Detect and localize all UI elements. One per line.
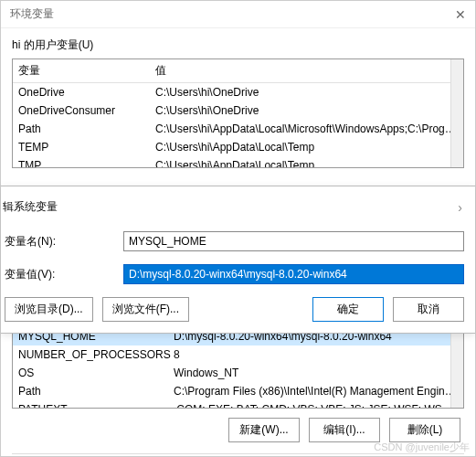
user-vars-table[interactable]: 变量 值 OneDriveC:\Users\hi\OneDrive OneDri… — [12, 58, 464, 168]
ok-button[interactable]: 确定 — [312, 297, 384, 322]
table-header: 变量 值 — [13, 59, 463, 83]
edit-system-var-dialog: 辑系统变量 › 变量名(N): 变量值(V): D:\mysql-8.0.20-… — [1, 186, 475, 334]
table-row[interactable]: PATHEXT.COM;.EXE;.BAT;.CMD;.VBS;.VBE;.JS… — [13, 400, 463, 409]
var-value-label: 变量值(V): — [5, 267, 123, 282]
close-icon[interactable]: ✕ — [455, 7, 466, 22]
edit-dialog-title: 辑系统变量 — [3, 199, 58, 215]
col-header-value: 值 — [150, 59, 463, 82]
table-row[interactable]: OneDriveConsumerC:\Users\hi\OneDrive — [13, 101, 463, 120]
var-value-input[interactable]: D:\mysql-8.0.20-winx64\mysql-8.0.20-winx… — [123, 264, 464, 284]
user-vars-label: hi 的用户变量(U) — [12, 37, 464, 53]
cancel-button[interactable]: 取消 — [393, 297, 464, 322]
var-name-input[interactable] — [123, 231, 464, 251]
table-row[interactable]: TMPC:\Users\hi\AppData\Local\Temp — [13, 156, 463, 168]
titlebar: 环境变量 ✕ — [1, 1, 475, 28]
delete-button[interactable]: 删除(L) — [389, 418, 460, 442]
browse-file-button[interactable]: 浏览文件(F)... — [102, 297, 189, 322]
scrollbar[interactable] — [450, 59, 463, 167]
var-name-label: 变量名(N): — [5, 234, 123, 250]
chevron-right-icon[interactable]: › — [458, 200, 462, 215]
table-row[interactable]: NUMBER_OF_PROCESSORS8 — [13, 345, 463, 364]
watermark: CSDN @juvenile少年 — [374, 441, 470, 454]
table-row[interactable]: PathC:\Users\hi\AppData\Local\Microsoft\… — [13, 120, 463, 138]
browse-dir-button[interactable]: 浏览目录(D)... — [5, 297, 93, 322]
edit-button[interactable]: 编辑(I)... — [309, 418, 380, 442]
table-row[interactable]: TEMPC:\Users\hi\AppData\Local\Temp — [13, 138, 463, 156]
new-button[interactable]: 新建(W)... — [228, 418, 300, 442]
table-row[interactable]: OSWindows_NT — [13, 364, 463, 382]
window-title: 环境变量 — [10, 6, 54, 22]
table-row[interactable]: PathC:\Program Files (x86)\Intel\Intel(R… — [13, 382, 463, 400]
col-header-name: 变量 — [13, 59, 150, 82]
table-row[interactable]: OneDriveC:\Users\hi\OneDrive — [13, 83, 463, 101]
